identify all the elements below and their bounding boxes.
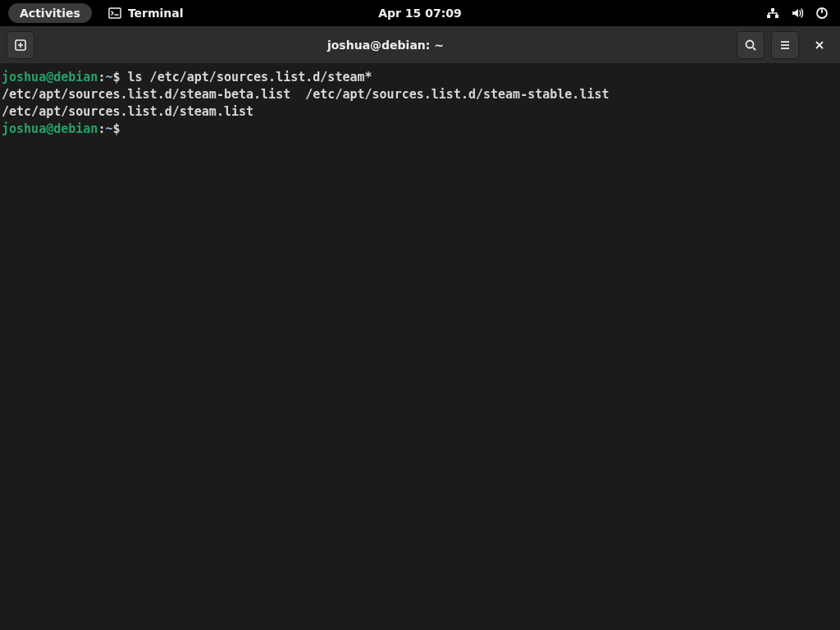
- search-button[interactable]: [737, 31, 765, 59]
- output-line: /etc/apt/sources.list.d/steam.list: [2, 104, 253, 119]
- close-icon: [814, 39, 825, 51]
- activities-button[interactable]: Activities: [8, 3, 92, 23]
- prompt-userhost: joshua@debian: [2, 121, 98, 136]
- terminal-content[interactable]: joshua@debian:~$ ls /etc/apt/sources.lis…: [0, 64, 840, 630]
- app-menu[interactable]: Terminal: [108, 7, 184, 20]
- volume-icon[interactable]: [791, 7, 804, 20]
- prompt-dollar: $: [112, 70, 127, 84]
- clock[interactable]: Apr 15 07:09: [378, 7, 462, 20]
- power-icon[interactable]: [815, 7, 829, 20]
- close-button[interactable]: [806, 31, 833, 59]
- menu-button[interactable]: [771, 31, 799, 59]
- svg-rect-3: [771, 8, 774, 11]
- svg-line-10: [753, 48, 756, 50]
- network-icon[interactable]: [766, 7, 779, 20]
- system-status-area[interactable]: [766, 7, 829, 20]
- app-name-label: Terminal: [128, 7, 184, 20]
- new-tab-button[interactable]: [7, 31, 34, 59]
- svg-rect-0: [109, 8, 121, 18]
- terminal-icon: [108, 7, 121, 20]
- command-text: ls /etc/apt/sources.list.d/steam*: [128, 70, 372, 84]
- prompt-dollar: $: [112, 121, 127, 136]
- prompt-userhost: joshua@debian: [2, 70, 98, 84]
- svg-rect-2: [775, 15, 778, 18]
- window-title: joshua@debian: ~: [41, 39, 730, 52]
- output-line: /etc/apt/sources.list.d/steam-beta.list …: [2, 87, 609, 102]
- gnome-top-panel: Activities Terminal Apr 15 07:09: [0, 0, 840, 26]
- svg-rect-1: [767, 15, 770, 18]
- svg-point-9: [746, 40, 754, 48]
- terminal-headerbar: joshua@debian: ~: [0, 26, 840, 64]
